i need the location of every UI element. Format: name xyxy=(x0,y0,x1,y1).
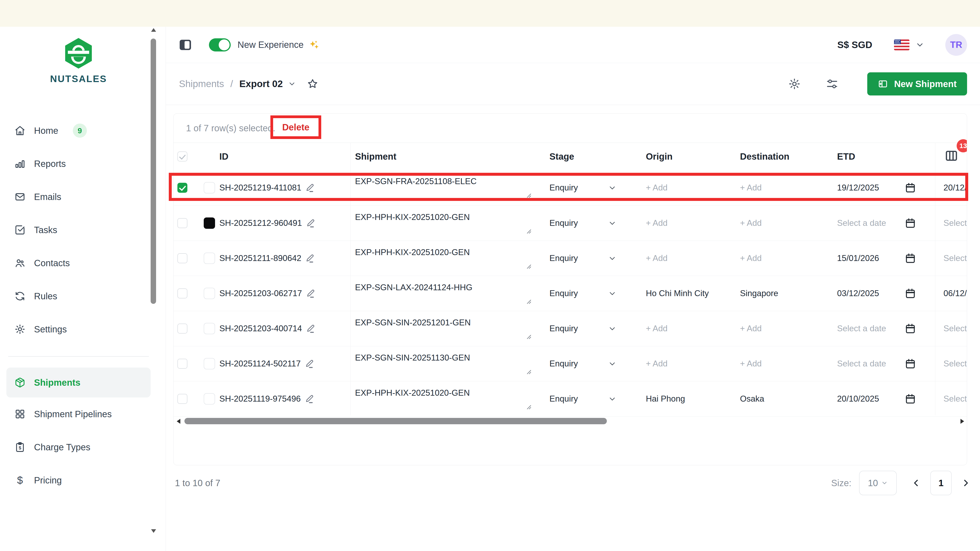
table-row[interactable]: SH-20251203-062717 EXP-SGN-LAX-20241124-… xyxy=(173,276,967,311)
color-swatch[interactable] xyxy=(204,323,215,334)
stage-value[interactable]: Enquiry xyxy=(549,254,578,263)
scroll-right-arrow-icon[interactable] xyxy=(961,419,964,424)
row-checkbox[interactable] xyxy=(177,359,188,369)
color-swatch[interactable] xyxy=(204,182,215,194)
logo[interactable]: NUTSALES xyxy=(0,36,157,84)
destination-cell[interactable]: + Add xyxy=(740,218,762,228)
shipment-name-input[interactable]: EXP-SGN-SIN-20251130-GEN xyxy=(355,353,470,362)
delete-button[interactable]: Delete xyxy=(281,122,311,133)
calendar-icon[interactable] xyxy=(904,182,916,194)
column-header-shipment[interactable]: Shipment xyxy=(355,151,396,162)
origin-cell[interactable]: + Add xyxy=(646,218,668,228)
row-checkbox[interactable] xyxy=(177,218,188,228)
stage-chevron-down-icon[interactable] xyxy=(608,324,617,333)
page-size-select[interactable]: 10 xyxy=(859,471,897,495)
calendar-icon[interactable] xyxy=(904,323,916,335)
sliders-icon[interactable] xyxy=(826,78,838,90)
stage-chevron-down-icon[interactable] xyxy=(608,395,617,403)
sidebar-collapse-icon[interactable] xyxy=(179,39,192,51)
star-icon[interactable] xyxy=(307,78,318,90)
sidebar-item-pricing[interactable]: $ Pricing xyxy=(0,464,157,497)
stage-chevron-down-icon[interactable] xyxy=(608,359,617,368)
next-column-partial[interactable]: Select a xyxy=(943,359,967,368)
calendar-icon[interactable] xyxy=(904,393,916,405)
scroll-up-arrow-icon[interactable] xyxy=(151,28,156,32)
select-all-checkbox[interactable] xyxy=(177,151,188,162)
calendar-icon[interactable] xyxy=(904,287,916,299)
previous-page-button[interactable] xyxy=(911,478,921,488)
etd-value[interactable]: 20/10/2025 xyxy=(837,394,879,403)
column-header-origin[interactable]: Origin xyxy=(646,151,673,162)
user-avatar[interactable]: TR xyxy=(945,34,967,56)
next-column-partial[interactable]: 20/12/ xyxy=(943,183,967,192)
column-header-id[interactable]: ID xyxy=(220,151,228,162)
currency-selector[interactable]: S$ SGD xyxy=(837,40,872,50)
next-page-button[interactable] xyxy=(961,478,971,488)
resize-grip-icon[interactable] xyxy=(524,332,532,340)
resize-grip-icon[interactable] xyxy=(524,297,532,305)
resize-grip-icon[interactable] xyxy=(524,367,532,375)
edit-pencil-icon[interactable] xyxy=(305,254,315,263)
stage-chevron-down-icon[interactable] xyxy=(608,183,617,192)
destination-cell[interactable]: + Add xyxy=(740,254,762,263)
edit-pencil-icon[interactable] xyxy=(306,218,315,228)
shipment-name-input[interactable]: EXP-SGN-SIN-20251201-GEN xyxy=(355,318,471,327)
language-selector[interactable] xyxy=(894,40,924,50)
scroll-left-arrow-icon[interactable] xyxy=(177,419,180,424)
shipment-name-input[interactable]: EXP-SGN-FRA-20251108-ELEC xyxy=(355,177,477,186)
sidebar-item-shipments[interactable]: Shipments xyxy=(6,368,151,397)
gear-icon[interactable] xyxy=(788,78,800,90)
edit-pencil-icon[interactable] xyxy=(306,289,315,298)
sidebar-item-rules[interactable]: Rules xyxy=(0,279,157,313)
next-column-partial[interactable]: Select a xyxy=(943,394,967,403)
origin-cell[interactable]: + Add xyxy=(646,359,668,368)
new-experience-toggle[interactable] xyxy=(209,38,231,51)
next-column-partial[interactable]: Select a xyxy=(943,254,967,263)
sidebar-item-home[interactable]: Home 9 xyxy=(0,114,157,147)
etd-value[interactable]: 03/12/2025 xyxy=(837,289,879,298)
row-checkbox[interactable] xyxy=(177,253,188,263)
sidebar-item-reports[interactable]: Reports xyxy=(0,147,157,180)
origin-cell[interactable]: + Add xyxy=(646,324,668,333)
sidebar-item-shipment-pipelines[interactable]: Shipment Pipelines xyxy=(0,397,157,430)
calendar-icon[interactable] xyxy=(904,252,916,264)
row-checkbox[interactable] xyxy=(177,288,188,299)
stage-value[interactable]: Enquiry xyxy=(549,183,578,192)
origin-cell[interactable]: Ho Chi Minh City xyxy=(646,289,709,298)
table-row[interactable]: SH-20251124-502117 EXP-SGN-SIN-20251130-… xyxy=(173,346,967,381)
column-header-destination[interactable]: Destination xyxy=(740,151,789,162)
resize-grip-icon[interactable] xyxy=(524,402,532,410)
destination-cell[interactable]: Singapore xyxy=(740,289,778,298)
column-header-stage[interactable]: Stage xyxy=(549,151,574,162)
breadcrumb-current[interactable]: Export 02 xyxy=(239,78,283,89)
horizontal-scrollbar[interactable] xyxy=(175,418,966,425)
destination-cell[interactable]: + Add xyxy=(740,324,762,333)
table-row[interactable]: SH-20251211-890642 EXP-HPH-KIX-20251020-… xyxy=(173,241,967,276)
stage-chevron-down-icon[interactable] xyxy=(608,219,617,227)
edit-pencil-icon[interactable] xyxy=(305,183,315,192)
calendar-icon[interactable] xyxy=(904,358,916,370)
next-column-partial[interactable]: Select a xyxy=(943,324,967,333)
horizontal-scrollbar-thumb[interactable] xyxy=(185,418,607,424)
scroll-down-arrow-icon[interactable] xyxy=(151,529,156,533)
color-swatch[interactable] xyxy=(204,252,215,264)
breadcrumb-root[interactable]: Shipments xyxy=(179,78,224,89)
row-checkbox[interactable] xyxy=(177,394,188,404)
sidebar-item-contacts[interactable]: Contacts xyxy=(0,246,157,279)
sidebar-item-charge-types[interactable]: $ Charge Types xyxy=(0,430,157,464)
shipment-name-input[interactable]: EXP-SGN-LAX-20241124-HHG xyxy=(355,283,473,292)
edit-pencil-icon[interactable] xyxy=(306,324,315,333)
row-checkbox[interactable] xyxy=(177,324,188,333)
origin-cell[interactable]: Hai Phong xyxy=(646,394,685,403)
next-column-partial[interactable]: Select a xyxy=(943,218,967,228)
current-page-button[interactable]: 1 xyxy=(930,471,951,495)
etd-value[interactable]: 15/01/2026 xyxy=(837,254,879,263)
destination-cell[interactable]: + Add xyxy=(740,183,762,192)
edit-pencil-icon[interactable] xyxy=(305,394,314,403)
sidebar-item-settings[interactable]: Settings xyxy=(0,313,157,346)
etd-value[interactable]: 19/12/2025 xyxy=(837,183,879,192)
stage-chevron-down-icon[interactable] xyxy=(608,289,617,298)
stage-value[interactable]: Enquiry xyxy=(549,218,578,228)
chevron-down-icon[interactable] xyxy=(288,80,296,88)
color-swatch[interactable] xyxy=(204,358,215,369)
